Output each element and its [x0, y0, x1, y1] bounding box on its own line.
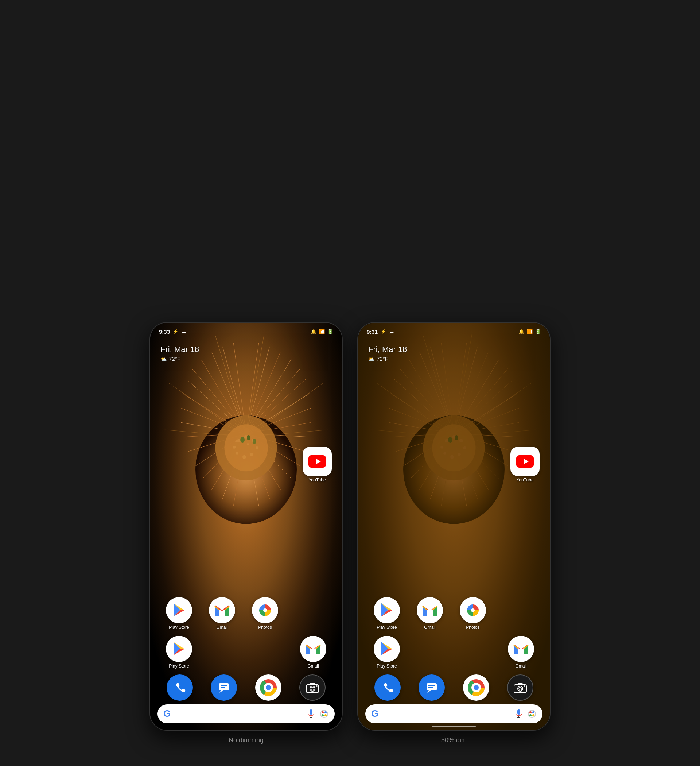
left-flash-icon: ⚡	[173, 329, 178, 334]
left-gmail-icon-1[interactable]	[209, 597, 235, 624]
chrome-icon	[258, 677, 279, 698]
left-dock-camera[interactable]	[299, 674, 326, 701]
left-gmail-1[interactable]: Gmail	[201, 597, 243, 630]
svg-text:G: G	[163, 709, 171, 719]
left-cloud-icon: ☁	[181, 329, 186, 334]
right-battery-icon: 🔋	[535, 329, 541, 334]
left-dock-chrome[interactable]	[255, 674, 281, 701]
svg-point-50	[232, 446, 235, 449]
left-weather-icon: ⛅	[160, 356, 167, 362]
svg-point-139	[455, 435, 458, 440]
youtube-logo-right	[516, 455, 534, 468]
svg-point-75	[311, 687, 314, 690]
gmail-svg-1	[214, 604, 230, 616]
right-time: 9:31	[367, 329, 378, 335]
svg-rect-161	[517, 709, 520, 715]
svg-point-47	[250, 453, 253, 456]
left-photos-icon-1[interactable]	[252, 597, 278, 624]
right-playstore-icon-1[interactable]	[374, 597, 400, 624]
right-gmail-icon-1[interactable]	[417, 597, 443, 624]
photos-svg-1	[257, 602, 273, 618]
right-photos-1[interactable]: Photos	[451, 597, 495, 630]
right-youtube-icon[interactable]	[510, 447, 540, 476]
right-playstore-2[interactable]: Play Store	[365, 636, 408, 669]
right-mic-icon[interactable]	[515, 709, 523, 719]
phone-icon	[173, 681, 186, 694]
left-gmail-label-1: Gmail	[216, 625, 228, 630]
right-playstore-icon-2[interactable]	[374, 636, 400, 662]
left-dock-messages[interactable]	[211, 674, 237, 701]
right-dock-chrome[interactable]	[463, 674, 489, 701]
right-status-left: 9:31 ⚡ ☁	[367, 329, 394, 335]
left-youtube-wrapper[interactable]: YouTube	[303, 447, 332, 483]
right-photos-icon-1[interactable]	[460, 597, 486, 624]
svg-marker-147	[427, 690, 431, 693]
svg-point-85	[324, 714, 327, 716]
right-dock	[365, 674, 542, 701]
svg-point-134	[458, 453, 461, 456]
camera-icon	[305, 682, 319, 693]
svg-point-86	[323, 713, 325, 715]
phones-container: 9:33 ⚡ ☁ 🔔 📶 🔋 Fri, Mar 18 ⛅ 72°F	[0, 322, 700, 766]
right-status-right: 🔔 📶 🔋	[518, 329, 541, 334]
svg-point-169	[531, 713, 533, 715]
svg-point-43	[237, 439, 241, 442]
left-playstore-1[interactable]: Play Store	[158, 597, 201, 630]
left-date: Fri, Mar 18	[160, 345, 199, 354]
svg-point-165	[529, 711, 532, 714]
svg-point-155	[474, 685, 479, 690]
right-google-g-icon: G	[371, 709, 381, 719]
right-apps-area: Play Store	[358, 594, 550, 671]
right-gmail-2[interactable]: Gmail	[499, 636, 542, 669]
svg-point-138	[448, 437, 452, 443]
left-youtube-icon[interactable]	[303, 447, 332, 476]
right-gmail-1[interactable]: Gmail	[408, 597, 451, 630]
left-caption: No dimming	[229, 736, 264, 744]
right-gmail-svg-1	[422, 604, 438, 616]
right-phone-wrapper: 9:31 ⚡ ☁ 🔔 📶 🔋 Fri, Mar 18 ⛅ 72°F	[357, 322, 550, 744]
right-lens-icon[interactable]	[527, 709, 537, 719]
left-dock-phone[interactable]	[167, 674, 193, 701]
left-phone-wrapper: 9:33 ⚡ ☁ 🔔 📶 🔋 Fri, Mar 18 ⛅ 72°F	[150, 322, 343, 744]
left-playstore-2[interactable]: Play Store	[158, 636, 201, 669]
left-gmail-2[interactable]: Gmail	[292, 636, 335, 669]
left-status-left: 9:33 ⚡ ☁	[159, 329, 186, 335]
right-playstore-1[interactable]: Play Store	[365, 597, 408, 630]
right-playstore-label-2: Play Store	[377, 663, 397, 669]
right-dock-camera[interactable]	[507, 674, 533, 701]
right-messages-icon	[425, 681, 438, 694]
left-gmail-icon-2[interactable]	[300, 636, 326, 662]
left-phone: 9:33 ⚡ ☁ 🔔 📶 🔋 Fri, Mar 18 ⛅ 72°F	[150, 322, 343, 731]
right-phone-icon	[381, 681, 394, 694]
left-date-widget: Fri, Mar 18 ⛅ 72°F	[160, 345, 199, 362]
right-gmail-icon-2[interactable]	[508, 636, 534, 662]
left-playstore-label-2: Play Store	[169, 663, 189, 669]
left-lens-icon[interactable]	[319, 709, 329, 719]
left-weather: 72°F	[169, 356, 180, 362]
right-youtube-wrapper[interactable]: YouTube	[510, 447, 540, 483]
left-playstore-label-1: Play Store	[169, 625, 189, 630]
right-dock-phone[interactable]	[374, 674, 401, 701]
left-mic-icon[interactable]	[307, 709, 315, 719]
right-youtube-label: YouTube	[516, 478, 533, 483]
left-dock	[158, 674, 335, 701]
svg-point-72	[266, 685, 271, 690]
left-photos-1[interactable]: Photos	[243, 597, 286, 630]
right-wifi-icon: 📶	[526, 329, 533, 334]
youtube-logo-left	[308, 455, 326, 468]
left-status-bar: 9:33 ⚡ ☁ 🔔 📶 🔋	[150, 323, 342, 340]
left-search-bar[interactable]: G	[158, 704, 335, 723]
right-dock-messages[interactable]	[419, 674, 445, 701]
right-search-bar[interactable]: G	[365, 704, 542, 723]
left-playstore-icon-2[interactable]	[166, 636, 192, 662]
svg-marker-64	[220, 690, 223, 693]
left-weather-row: ⛅ 72°F	[160, 356, 199, 362]
right-camera-icon	[514, 682, 527, 693]
svg-point-42	[224, 424, 268, 471]
right-photos-svg-1	[465, 602, 481, 618]
left-playstore-icon-1[interactable]	[166, 597, 192, 624]
svg-point-53	[240, 437, 245, 443]
svg-point-55	[253, 439, 256, 444]
left-youtube-label: YouTube	[308, 478, 326, 483]
gmail-svg-2	[305, 643, 321, 655]
